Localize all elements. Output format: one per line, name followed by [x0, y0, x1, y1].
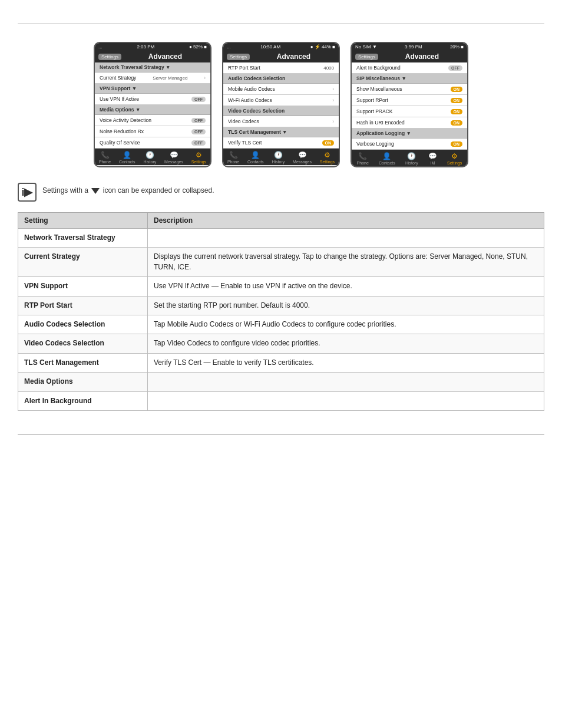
tab-item-2-2[interactable]: 🕐History [272, 151, 285, 164]
tab-label: Phone [357, 161, 369, 165]
tab-icon: 💬 [298, 151, 307, 159]
tab-icon: 📞 [101, 151, 110, 159]
tab-item-2-4[interactable]: ⚙Settings [320, 151, 335, 164]
row-label: Quality Of Service [100, 140, 140, 146]
section-header-1-0: Network Traversal Strategy ▼ [95, 62, 210, 73]
tab-item-3-4[interactable]: ⚙Settings [447, 152, 462, 165]
tab-icon: ⚙ [451, 152, 458, 160]
section-header-3-1: SIP Miscellaneous ▼ [352, 74, 467, 84]
col-header-description: Description [148, 213, 544, 229]
table-row: Current StrategyDisplays the current net… [18, 248, 544, 277]
tab-label: Phone [227, 160, 239, 164]
status-bar-3: No SIM ▼3:59 PM20% ■ [352, 43, 467, 51]
nav-back-2[interactable]: Settings [227, 54, 250, 60]
tab-item-1-1[interactable]: 👤Contacts [119, 151, 135, 164]
row-label: Support PRACK [356, 108, 392, 114]
toggle-on[interactable]: ON [451, 141, 463, 147]
tab-label: Messages [164, 160, 183, 164]
tab-label: Settings [447, 161, 462, 165]
row-label: RTP Port Start [228, 65, 260, 71]
col-header-setting: Setting [18, 213, 148, 229]
tab-icon: ⚙ [196, 151, 202, 159]
row-label: Current Strategy [100, 75, 136, 81]
tab-icon: 📞 [229, 151, 238, 159]
status-bar-1: ...2:03 PM● 52% ■ [95, 43, 210, 51]
tab-bar-3: 📞Phone👤Contacts🕐History💬IM⚙Settings [352, 150, 467, 166]
tab-icon: 👤 [382, 152, 391, 160]
description-cell: Tap Mobile Audio Codecs or Wi-Fi Audio C… [148, 315, 544, 334]
row-arrow: › [332, 97, 334, 103]
tab-item-3-3[interactable]: 💬IM [428, 152, 437, 165]
tab-item-1-0[interactable]: 📞Phone [99, 151, 111, 164]
tab-item-1-4[interactable]: ⚙Settings [191, 151, 206, 164]
row-label: Verbose Logging [356, 141, 394, 147]
phone-body-3: Alert In BackgroundOFFSIP Miscellaneous … [352, 62, 467, 150]
setting-cell: RTP Port Start [18, 296, 148, 315]
toggle-on[interactable]: ON [322, 140, 335, 146]
table-row: Video Codecs SelectionTap Video Codecs t… [18, 334, 544, 353]
tab-item-3-0[interactable]: 📞Phone [357, 152, 369, 165]
nav-bar-3: SettingsAdvanced [352, 51, 467, 62]
row-label: Show Miscellaneous [356, 86, 402, 92]
toggle-off[interactable]: OFF [448, 65, 462, 71]
toggle-off[interactable]: OFF [191, 140, 206, 146]
row-label: Support RPort [356, 97, 388, 103]
note-icon: i▶ [18, 183, 37, 202]
tab-label: IM [430, 161, 435, 165]
settings-table: Setting Description Network Traversal St… [18, 212, 544, 411]
phone-row-3-1-0: Show MiscellaneousON [352, 84, 467, 95]
phone-row-2-2-0: Video Codecs› [223, 116, 339, 127]
section-header-2-1: Audio Codecs Selection [223, 74, 339, 84]
tab-label: Messages [293, 160, 312, 164]
tab-label: History [272, 160, 285, 164]
nav-back-1[interactable]: Settings [98, 54, 121, 60]
row-label: Use VPN If Active [100, 96, 139, 102]
tab-label: History [143, 160, 156, 164]
phone-row-2-3-0: Verify TLS CertON [223, 137, 339, 149]
table-row: RTP Port StartSet the starting RTP port … [18, 296, 544, 315]
tab-item-2-0[interactable]: 📞Phone [227, 151, 239, 164]
nav-back-3[interactable]: Settings [355, 54, 378, 60]
toggle-on[interactable]: ON [451, 87, 463, 92]
table-row: Media Options [18, 373, 544, 391]
tab-icon: 🕐 [407, 152, 416, 160]
table-row: Alert In Background [18, 391, 544, 410]
section-header-3-2: Application Logging ▼ [352, 129, 467, 139]
description-cell: Use VPN If Active — Enable to use VPN if… [148, 277, 544, 296]
phone-frame-1: ...2:03 PM● 52% ■SettingsAdvancedNetwork… [94, 42, 211, 167]
toggle-on[interactable]: ON [451, 98, 463, 103]
setting-cell: Media Options [18, 373, 148, 391]
row-label: Noise Reduction Rx [100, 129, 144, 134]
tab-icon: 💬 [170, 151, 178, 159]
toggle-on[interactable]: ON [451, 109, 463, 114]
phone-row-1-2-0: Voice Activity DetectionOFF [95, 115, 210, 126]
setting-cell: Current Strategy [18, 248, 148, 277]
row-arrow: › [332, 118, 334, 124]
row-label: Voice Activity Detection [100, 117, 151, 123]
phone-body-1: Network Traversal Strategy ▼Current Stra… [95, 62, 210, 149]
note-text: Settings with a icon can be expanded or … [42, 183, 214, 196]
description-cell: Displays the current network traversal s… [148, 248, 544, 277]
tab-item-3-2[interactable]: 🕐History [405, 152, 418, 165]
description-cell [148, 229, 544, 248]
description-cell: Set the starting RTP port number. Defaul… [148, 296, 544, 315]
phone-row-2-0-0: RTP Port Start4000 [223, 62, 339, 74]
toggle-on[interactable]: ON [451, 120, 463, 126]
tab-icon: 🕐 [146, 151, 154, 159]
tab-item-3-1[interactable]: 👤Contacts [379, 152, 395, 165]
filter-icon [91, 188, 100, 194]
tab-item-2-3[interactable]: 💬Messages [293, 151, 312, 164]
row-label: Verify TLS Cert [228, 140, 262, 146]
phone-row-3-2-0: Verbose LoggingON [352, 139, 467, 150]
section-header-2-2: Video Codecs Selection [223, 106, 339, 116]
row-arrow: › [204, 75, 206, 81]
tab-item-1-3[interactable]: 💬Messages [164, 151, 183, 164]
tab-item-1-2[interactable]: 🕐History [143, 151, 156, 164]
screenshots-section: ...2:03 PM● 52% ■SettingsAdvancedNetwork… [0, 24, 562, 178]
toggle-off[interactable]: OFF [191, 97, 206, 102]
tab-item-2-1[interactable]: 👤Contacts [247, 151, 264, 164]
bottom-rule [18, 434, 544, 435]
row-arrow: › [332, 86, 334, 92]
toggle-off[interactable]: OFF [191, 129, 206, 134]
toggle-off[interactable]: OFF [191, 118, 206, 123]
